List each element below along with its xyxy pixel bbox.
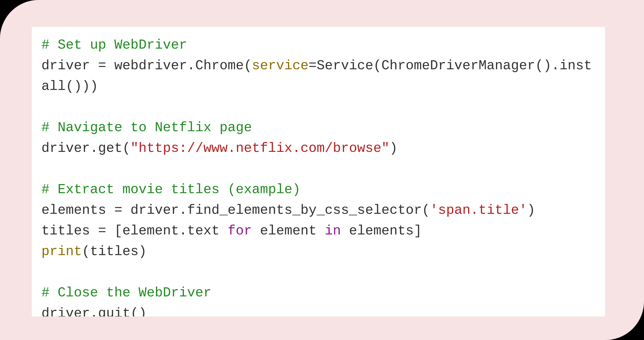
code-token: )	[390, 141, 398, 156]
code-token: # Extract movie titles (example)	[42, 182, 300, 197]
code-token: elements]	[341, 223, 422, 239]
code-token: titles = [element.text	[42, 223, 228, 239]
code-token: in	[325, 223, 341, 239]
code-token: print	[42, 244, 82, 259]
code-token: (titles)	[82, 244, 147, 259]
code-token: "https://www.netflix.com/browse"	[130, 141, 390, 156]
code-token: 'span.title'	[430, 203, 527, 218]
code-token: driver.get(	[42, 141, 130, 156]
code-token: driver = webdriver.Chrome(	[42, 58, 252, 73]
code-block: # Set up WebDriver driver = webdriver.Ch…	[32, 27, 605, 316]
code-token: service	[252, 58, 308, 73]
code-token: element	[252, 223, 325, 239]
code-content: # Set up WebDriver driver = webdriver.Ch…	[42, 35, 596, 316]
code-token: # Navigate to Netflix page	[42, 120, 252, 135]
code-token: )	[527, 203, 535, 218]
slide-panel: # Set up WebDriver driver = webdriver.Ch…	[0, 0, 644, 340]
code-token: for	[228, 223, 252, 239]
background: # Set up WebDriver driver = webdriver.Ch…	[0, 0, 644, 340]
code-token: # Set up WebDriver	[42, 38, 187, 53]
code-token: # Close the WebDriver	[42, 285, 212, 300]
code-token: elements = driver.find_elements_by_css_s…	[42, 203, 430, 218]
code-token: driver.quit()	[42, 306, 147, 316]
